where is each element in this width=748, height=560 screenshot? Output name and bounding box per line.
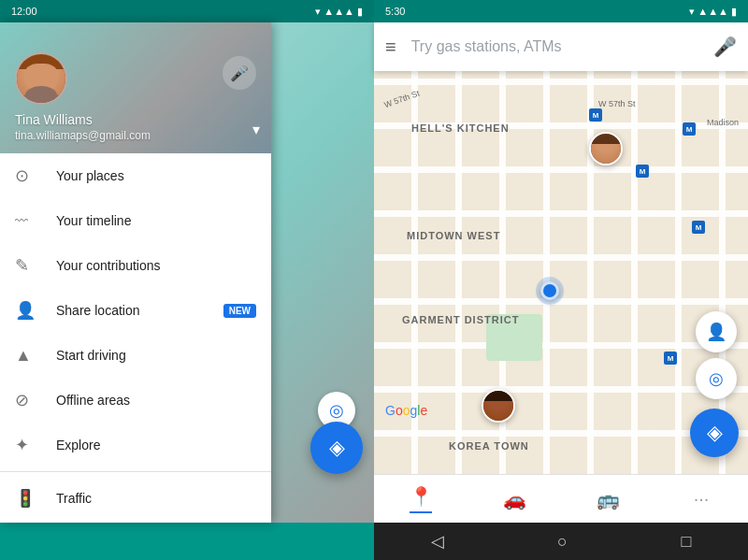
home-button-right[interactable]: ○: [539, 524, 586, 559]
menu-item-public-transit[interactable]: 🚌 Public transit: [0, 521, 271, 523]
explore-tab-icon: 📍: [410, 485, 433, 508]
user-email: tina.williamaps@gmail.com: [15, 129, 256, 142]
google-logo: Google: [385, 403, 427, 418]
metro-icon-5: M: [664, 352, 677, 365]
pin-icon: ⊙: [15, 165, 45, 186]
more-tab-icon: ···: [694, 488, 710, 510]
navigate-arrow-icon: ◈: [707, 421, 723, 445]
menu-item-start-driving[interactable]: ▲ Start driving: [0, 333, 271, 378]
current-location-dot: [540, 281, 559, 300]
tab-explore[interactable]: 📍: [374, 480, 468, 519]
menu-label-explore: Explore: [56, 438, 256, 452]
menu-label-your-places: Your places: [56, 168, 256, 183]
signal-icon-right: ▲▲▲: [698, 6, 728, 17]
menu-item-traffic[interactable]: 🚦 Traffic: [0, 476, 271, 521]
menu-item-share-location[interactable]: 👤 Share location NEW: [0, 288, 271, 333]
time-right: 5:30: [385, 6, 405, 17]
explore-icon: ✦: [15, 435, 45, 455]
battery-icon-left: ▮: [357, 6, 363, 18]
neighborhood-midtown-west: MIDTOWN WEST: [407, 230, 500, 241]
navigation-drawer: 🎤 Tina Williams tina.williamaps@gmail.co…: [0, 22, 271, 523]
account-arrow[interactable]: ▾: [252, 121, 260, 138]
map-user-avatar-2: [482, 389, 515, 423]
user-name: Tina Williams: [15, 112, 256, 127]
drive-icon: ▲: [15, 346, 45, 366]
status-bar-left: 12:00 ▾ ▲▲▲ ▮: [0, 0, 374, 22]
menu-label-your-timeline: Your timeline: [56, 213, 256, 228]
phone-right: 5:30 ▾ ▲▲▲ ▮ ≡ Try gas stations, ATMs 🎤 …: [374, 0, 748, 560]
location-icon-left: ◎: [329, 400, 344, 421]
metro-icon-1: M: [589, 108, 602, 122]
bottom-nav-right: ◁ ○ □: [374, 523, 748, 560]
drawer-header: 🎤 Tina Williams tina.williamaps@gmail.co…: [0, 22, 271, 153]
phone-left: 12:00 ▾ ▲▲▲ ▮ ◎ ◈ 🎤: [0, 0, 374, 560]
g-logo-g: G: [385, 403, 396, 418]
menu-label-start-driving: Start driving: [56, 348, 256, 363]
navigate-icon-left: ◈: [329, 436, 345, 460]
traffic-icon: 🚦: [15, 488, 45, 509]
wifi-icon-right: ▾: [689, 6, 695, 18]
share-location-icon: 👤: [15, 300, 45, 321]
avatar-image: [17, 54, 65, 103]
tab-more[interactable]: ···: [654, 482, 748, 515]
tab-transit[interactable]: 🚌: [561, 482, 654, 516]
menu-label-share-location: Share location: [56, 303, 216, 318]
search-placeholder[interactable]: Try gas stations, ATMs: [411, 38, 713, 55]
menu-item-your-places[interactable]: ⊙ Your places: [0, 153, 271, 198]
navigate-fab-left[interactable]: ◈: [310, 422, 363, 474]
neighborhood-korea-town: KOREA TOWN: [449, 440, 529, 452]
menu-label-offline-areas: Offline areas: [56, 393, 256, 408]
transit-tab-icon: 🚌: [597, 488, 620, 510]
tab-active-indicator: [410, 511, 432, 513]
user-avatar[interactable]: [15, 52, 67, 105]
wifi-icon-left: ▾: [315, 6, 321, 18]
share-location-icon-fab: 👤: [706, 322, 726, 342]
back-button-right[interactable]: ◁: [412, 524, 463, 559]
driving-tab-icon: 🚗: [503, 488, 526, 510]
metro-icon-4: M: [692, 221, 705, 234]
status-bar-right: 5:30 ▾ ▲▲▲ ▮: [374, 0, 748, 22]
hamburger-icon[interactable]: ≡: [385, 36, 396, 58]
status-icons-left: ▾ ▲▲▲ ▮: [315, 6, 363, 18]
neighborhood-hells-kitchen: HELL'S KITCHEN: [411, 122, 510, 134]
signal-icon-left: ▲▲▲: [324, 6, 354, 17]
navigate-fab-right[interactable]: ◈: [690, 409, 739, 457]
g-logo-o1: o: [396, 403, 403, 418]
menu-item-your-timeline[interactable]: 〰 Your timeline: [0, 198, 271, 243]
drawer-header-content: Tina Williams tina.williamaps@gmail.com: [15, 52, 256, 142]
map-right[interactable]: HELL'S KITCHEN MIDTOWN WEST GARMENT DIST…: [374, 71, 748, 474]
street-label-57-e: W 57th St: [598, 99, 636, 108]
my-location-fab-right[interactable]: ◎: [696, 358, 737, 399]
metro-icon-2: M: [636, 165, 649, 178]
menu-label-traffic: Traffic: [56, 491, 256, 506]
new-badge: NEW: [223, 304, 256, 318]
status-icons-right: ▾ ▲▲▲ ▮: [689, 6, 737, 18]
battery-icon-right: ▮: [731, 6, 737, 18]
drawer-menu: ⊙ Your places 〰 Your timeline ✎ Your con…: [0, 153, 271, 523]
mic-icon-right[interactable]: 🎤: [713, 36, 737, 58]
menu-item-your-contributions[interactable]: ✎ Your contributions: [0, 243, 271, 288]
neighborhood-garment-district: GARMENT DISTRICT: [402, 314, 519, 325]
timeline-icon: 〰: [15, 213, 45, 228]
street-label-madison: Madison: [707, 118, 739, 127]
tab-driving[interactable]: 🚗: [468, 482, 561, 516]
bottom-tabs: 📍 🚗 🚌 ···: [374, 474, 748, 523]
share-location-fab[interactable]: 👤: [696, 311, 737, 352]
recent-button-right[interactable]: □: [662, 524, 710, 559]
menu-label-your-contributions: Your contributions: [56, 258, 256, 273]
search-bar[interactable]: ≡ Try gas stations, ATMs 🎤: [374, 22, 748, 71]
menu-item-explore[interactable]: ✦ Explore: [0, 423, 271, 467]
location-target-icon: ◎: [709, 368, 724, 389]
menu-divider: [0, 471, 271, 472]
time-left: 12:00: [11, 6, 37, 17]
edit-icon: ✎: [15, 255, 45, 276]
metro-icon-3: M: [683, 122, 696, 136]
g-logo-e: e: [420, 403, 427, 418]
map-user-avatar-1: [589, 132, 623, 165]
offline-icon: ⊘: [15, 390, 45, 410]
menu-item-offline-areas[interactable]: ⊘ Offline areas: [0, 378, 271, 423]
